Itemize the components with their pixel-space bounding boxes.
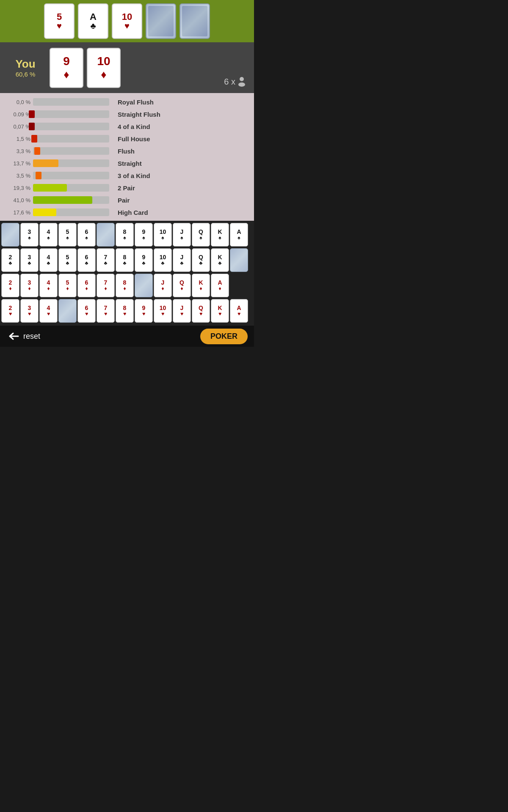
community-cards-area: 5♥A♣10♥ xyxy=(0,0,254,42)
pick-card-2-9[interactable]: Q♦ xyxy=(173,274,191,297)
pick-card-0-4[interactable]: 6♠ xyxy=(77,223,96,247)
stat-bar-6 xyxy=(33,172,41,179)
player-area: You 60,6 % 9♦10♦ 6 x xyxy=(0,42,254,93)
stat-label-1: Straight Flush xyxy=(109,111,160,118)
stat-label-9: High Card xyxy=(109,209,148,216)
stat-pct-0: 0,0 % xyxy=(4,99,33,105)
pick-card-3-6[interactable]: 8♥ xyxy=(116,299,134,323)
back-arrow-icon[interactable] xyxy=(6,331,19,341)
pick-card-3-9[interactable]: J♥ xyxy=(173,299,191,323)
stat-row-0: 0,0 %Royal Flush xyxy=(4,96,250,107)
picker-row-1: 2♣3♣4♣5♣6♣7♣8♣9♣10♣J♣Q♣K♣ xyxy=(1,248,253,272)
pick-card-1-1[interactable]: 3♣ xyxy=(20,248,39,272)
pick-card-2-6[interactable]: 8♦ xyxy=(116,274,134,297)
pick-card-2-11[interactable]: A♦ xyxy=(211,274,229,297)
pick-card-3-1[interactable]: 3♥ xyxy=(20,299,39,323)
pick-card-0-7[interactable]: 9♠ xyxy=(135,223,153,247)
stat-pct-6: 3,5 % xyxy=(4,173,33,179)
pick-card-2-10[interactable]: K♦ xyxy=(192,274,210,297)
pick-card-0-2[interactable]: 4♠ xyxy=(39,223,58,247)
card-picker[interactable]: 3♠4♠5♠6♠8♠9♠10♠J♠Q♠K♠A♠2♣3♣4♣5♣6♣7♣8♣9♣1… xyxy=(0,221,254,326)
stat-pct-5: 13,7 % xyxy=(4,160,33,167)
stat-pct-4: 3,3 % xyxy=(4,148,33,154)
stat-pct-9: 17,6 % xyxy=(4,209,33,216)
pick-card-1-4[interactable]: 6♣ xyxy=(77,248,96,272)
pick-card-2-2[interactable]: 4♦ xyxy=(39,274,58,297)
pick-card-1-10[interactable]: Q♣ xyxy=(192,248,210,272)
pick-card-2-1[interactable]: 3♦ xyxy=(20,274,39,297)
stat-bar-2 xyxy=(33,123,34,130)
stat-bar-bg-1 xyxy=(33,110,109,118)
reset-label[interactable]: reset xyxy=(23,332,40,341)
stats-area: 0,0 %Royal Flush0.09 %Straight Flush0,07… xyxy=(0,93,254,221)
pick-card-1-8[interactable]: 10♣ xyxy=(154,248,172,272)
svg-point-1 xyxy=(238,82,245,87)
stat-pct-8: 41,0 % xyxy=(4,197,33,203)
svg-point-0 xyxy=(240,77,244,81)
stat-row-9: 17,6 %High Card xyxy=(4,207,250,218)
stat-label-8: Pair xyxy=(109,197,130,204)
pick-card-1-9[interactable]: J♣ xyxy=(173,248,191,272)
pick-card-1-6[interactable]: 8♣ xyxy=(116,248,134,272)
pick-card-3-8[interactable]: 10♥ xyxy=(154,299,172,323)
player-percentage: 60,6 % xyxy=(16,71,36,78)
pick-card-1-7[interactable]: 9♣ xyxy=(135,248,153,272)
pick-card-0-8[interactable]: 10♠ xyxy=(154,223,172,247)
pick-card-1-11[interactable]: K♣ xyxy=(211,248,229,272)
hole-card-0: 9♦ xyxy=(50,48,83,88)
stat-bar-bg-3 xyxy=(33,135,109,143)
pick-card-1-5[interactable]: 7♣ xyxy=(97,248,115,272)
pick-card-2-8[interactable]: J♦ xyxy=(154,274,172,297)
stat-row-8: 41,0 %Pair xyxy=(4,195,250,206)
stat-bar-bg-4 xyxy=(33,147,109,155)
stat-label-2: 4 of a Kind xyxy=(109,123,150,130)
pick-card-0-9[interactable]: J♠ xyxy=(173,223,191,247)
stat-bar-8 xyxy=(33,196,92,204)
stat-row-2: 0,07 %4 of a Kind xyxy=(4,121,250,132)
pick-card-2-3[interactable]: 5♦ xyxy=(58,274,77,297)
pick-card-3-0[interactable]: 2♥ xyxy=(1,299,19,323)
pick-card-1-3[interactable]: 5♣ xyxy=(58,248,77,272)
stat-label-4: Flush xyxy=(109,148,135,155)
pick-card-0-11[interactable]: K♠ xyxy=(211,223,229,247)
pick-card-0-3[interactable]: 5♠ xyxy=(58,223,77,247)
stat-row-4: 3,3 %Flush xyxy=(4,145,250,156)
poker-button[interactable]: POKER xyxy=(200,329,248,344)
pick-card-3-2[interactable]: 4♥ xyxy=(39,299,58,323)
pick-card-2-5[interactable]: 7♦ xyxy=(97,274,115,297)
stat-pct-3: 1,5 % xyxy=(4,136,33,142)
pick-card-3-5[interactable]: 7♥ xyxy=(97,299,115,323)
pick-card-3-3 xyxy=(58,299,77,323)
bottom-bar: reset POKER xyxy=(0,326,254,347)
pick-card-0-12[interactable]: A♠ xyxy=(230,223,248,247)
community-card-1: A♣ xyxy=(78,3,108,39)
pick-card-1-2[interactable]: 4♣ xyxy=(39,248,58,272)
person-icon xyxy=(238,77,246,87)
community-card-0: 5♥ xyxy=(44,3,75,39)
reset-area[interactable]: reset xyxy=(6,331,40,341)
picker-row-2: 2♦3♦4♦5♦6♦7♦8♦J♦Q♦K♦A♦ xyxy=(1,273,253,298)
pick-card-2-0[interactable]: 2♦ xyxy=(1,274,19,297)
stat-bar-1 xyxy=(33,110,34,118)
stat-label-5: Straight xyxy=(109,160,142,167)
pick-card-3-11[interactable]: K♥ xyxy=(211,299,229,323)
pick-card-0-6[interactable]: 8♠ xyxy=(116,223,134,247)
pick-card-2-4[interactable]: 6♦ xyxy=(77,274,96,297)
stat-bar-7 xyxy=(33,184,67,192)
player-info: You 60,6 % xyxy=(6,58,44,78)
pick-card-3-12[interactable]: A♥ xyxy=(230,299,248,323)
opponents-label: 6 x xyxy=(224,77,235,87)
pick-card-3-4[interactable]: 6♥ xyxy=(77,299,96,323)
pick-card-3-7[interactable]: 9♥ xyxy=(135,299,153,323)
pick-card-0-1[interactable]: 3♠ xyxy=(20,223,39,247)
stat-label-3: Full House xyxy=(109,135,150,143)
community-card-2: 10♥ xyxy=(112,3,142,39)
pick-card-3-10[interactable]: Q♥ xyxy=(192,299,210,323)
hole-cards: 9♦10♦ xyxy=(50,48,121,88)
community-card-3 xyxy=(146,3,176,39)
stat-label-0: Royal Flush xyxy=(109,99,154,106)
stat-label-6: 3 of a Kind xyxy=(109,172,150,179)
pick-card-0-10[interactable]: Q♠ xyxy=(192,223,210,247)
pick-card-1-0[interactable]: 2♣ xyxy=(1,248,19,272)
stat-bar-bg-2 xyxy=(33,123,109,130)
